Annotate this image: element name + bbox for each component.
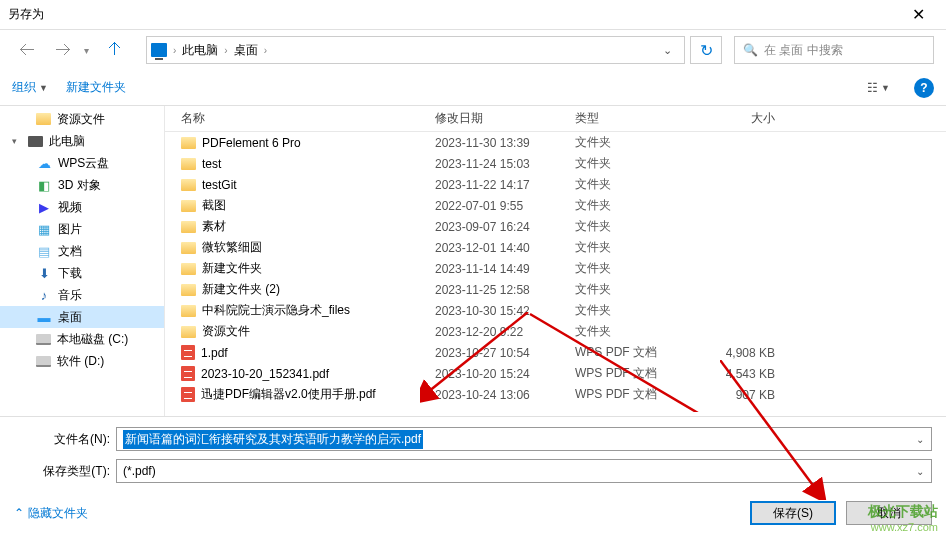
- folder-icon: [36, 113, 51, 125]
- tree-item-音乐[interactable]: ♪音乐: [0, 284, 164, 306]
- tree-item-label: 桌面: [58, 309, 82, 326]
- file-name: testGit: [202, 178, 237, 192]
- file-date: 2023-09-07 16:24: [435, 220, 575, 234]
- view-options-button[interactable]: ☷ ▼: [861, 79, 896, 97]
- filename-label: 文件名(N):: [14, 431, 110, 448]
- tree-item-此电脑[interactable]: ▾此电脑: [0, 130, 164, 152]
- pdf-icon: [181, 345, 195, 360]
- pc-icon: [151, 43, 167, 57]
- doc-icon: ▤: [36, 243, 52, 259]
- desktop-icon: ▬: [36, 309, 52, 325]
- chevron-right-icon: ›: [264, 45, 267, 56]
- download-icon: ⬇: [36, 265, 52, 281]
- file-date: 2023-10-27 10:54: [435, 346, 575, 360]
- file-date: 2023-10-24 13:06: [435, 388, 575, 402]
- help-button[interactable]: ?: [914, 78, 934, 98]
- file-date: 2023-11-30 13:39: [435, 136, 575, 150]
- file-row[interactable]: 截图2022-07-01 9:55文件夹: [165, 195, 946, 216]
- chevron-right-icon: ›: [173, 45, 176, 56]
- tree-item-下载[interactable]: ⬇下载: [0, 262, 164, 284]
- col-size[interactable]: 大小: [695, 110, 795, 127]
- tree-item-软件 (D:)[interactable]: 软件 (D:): [0, 350, 164, 372]
- file-name: 2023-10-20_152341.pdf: [201, 367, 329, 381]
- file-row[interactable]: 微软繁细圆2023-12-01 14:40文件夹: [165, 237, 946, 258]
- folder-tree[interactable]: 资源文件▾此电脑☁WPS云盘◧3D 对象▶视频▦图片▤文档⬇下载♪音乐▬桌面本地…: [0, 106, 165, 416]
- refresh-button[interactable]: ↻: [690, 36, 722, 64]
- col-date[interactable]: 修改日期: [435, 110, 575, 127]
- close-button[interactable]: ✕: [898, 0, 938, 30]
- new-folder-button[interactable]: 新建文件夹: [66, 79, 126, 96]
- breadcrumb-root[interactable]: 此电脑: [182, 42, 218, 59]
- file-row[interactable]: testGit2023-11-22 14:17文件夹: [165, 174, 946, 195]
- tree-item-label: 文档: [58, 243, 82, 260]
- save-button[interactable]: 保存(S): [750, 501, 836, 525]
- file-row[interactable]: 迅捷PDF编辑器v2.0使用手册.pdf2023-10-24 13:06WPS …: [165, 384, 946, 405]
- file-name: 新建文件夹 (2): [202, 281, 280, 298]
- filename-input[interactable]: 新闻语篇的词汇衔接研究及其对英语听力教学的启示.pdf ⌄: [116, 427, 932, 451]
- chevron-down-icon[interactable]: ⌄: [911, 466, 929, 477]
- file-row[interactable]: 新建文件夹2023-11-14 14:49文件夹: [165, 258, 946, 279]
- tree-item-3D 对象[interactable]: ◧3D 对象: [0, 174, 164, 196]
- filename-value[interactable]: 新闻语篇的词汇衔接研究及其对英语听力教学的启示.pdf: [123, 430, 423, 449]
- col-type[interactable]: 类型: [575, 110, 695, 127]
- drive-icon: [36, 356, 51, 367]
- nav-up-button[interactable]: 🡡: [100, 36, 130, 64]
- file-type: 文件夹: [575, 281, 695, 298]
- tree-item-label: 图片: [58, 221, 82, 238]
- file-date: 2023-11-24 15:03: [435, 157, 575, 171]
- file-type: 文件夹: [575, 260, 695, 277]
- chevron-down-icon[interactable]: ⌄: [911, 434, 929, 445]
- drive-icon: [36, 334, 51, 345]
- file-name: 中科院院士演示隐身术_files: [202, 302, 350, 319]
- file-name: 新建文件夹: [202, 260, 262, 277]
- file-type: 文件夹: [575, 134, 695, 151]
- pdf-icon: [181, 366, 195, 381]
- organize-button[interactable]: 组织▼: [12, 79, 48, 96]
- tree-item-label: 此电脑: [49, 133, 85, 150]
- file-name: 迅捷PDF编辑器v2.0使用手册.pdf: [201, 386, 376, 403]
- tree-item-label: WPS云盘: [58, 155, 109, 172]
- tree-item-文档[interactable]: ▤文档: [0, 240, 164, 262]
- nav-history-dropdown[interactable]: ▾: [84, 45, 94, 56]
- tree-item-WPS云盘[interactable]: ☁WPS云盘: [0, 152, 164, 174]
- file-name: test: [202, 157, 221, 171]
- tree-item-桌面[interactable]: ▬桌面: [0, 306, 164, 328]
- file-list[interactable]: PDFelement 6 Pro2023-11-30 13:39文件夹test2…: [165, 132, 946, 416]
- file-row[interactable]: 资源文件2023-12-20 9:22文件夹: [165, 321, 946, 342]
- file-row[interactable]: 新建文件夹 (2)2023-11-25 12:58文件夹: [165, 279, 946, 300]
- file-row[interactable]: PDFelement 6 Pro2023-11-30 13:39文件夹: [165, 132, 946, 153]
- file-date: 2022-07-01 9:55: [435, 199, 575, 213]
- file-date: 2023-11-22 14:17: [435, 178, 575, 192]
- tree-item-label: 本地磁盘 (C:): [57, 331, 128, 348]
- 3d-icon: ◧: [36, 177, 52, 193]
- column-headers[interactable]: 名称 修改日期 类型 大小: [165, 106, 946, 132]
- tree-item-资源文件[interactable]: 资源文件: [0, 108, 164, 130]
- file-row[interactable]: 1.pdf2023-10-27 10:54WPS PDF 文档4,908 KB: [165, 342, 946, 363]
- search-icon: 🔍: [743, 43, 758, 57]
- file-row[interactable]: 素材2023-09-07 16:24文件夹: [165, 216, 946, 237]
- file-row[interactable]: test2023-11-24 15:03文件夹: [165, 153, 946, 174]
- address-bar[interactable]: › 此电脑 › 桌面 › ⌄: [146, 36, 685, 64]
- video-icon: ▶: [36, 199, 52, 215]
- folder-icon: [181, 221, 196, 233]
- address-dropdown[interactable]: ⌄: [655, 44, 680, 57]
- search-placeholder: 在 桌面 中搜索: [764, 42, 843, 59]
- file-row[interactable]: 中科院院士演示隐身术_files2023-10-30 15:42文件夹: [165, 300, 946, 321]
- tree-item-本地磁盘 (C:)[interactable]: 本地磁盘 (C:): [0, 328, 164, 350]
- tree-item-视频[interactable]: ▶视频: [0, 196, 164, 218]
- breadcrumb-current[interactable]: 桌面: [234, 42, 258, 59]
- chevron-up-icon: ⌃: [14, 506, 24, 520]
- tree-item-图片[interactable]: ▦图片: [0, 218, 164, 240]
- hide-folders-button[interactable]: ⌃ 隐藏文件夹: [14, 505, 88, 522]
- file-size: 4,908 KB: [695, 346, 795, 360]
- search-input[interactable]: 🔍 在 桌面 中搜索: [734, 36, 934, 64]
- file-row[interactable]: 2023-10-20_152341.pdf2023-10-20 15:24WPS…: [165, 363, 946, 384]
- filetype-value: (*.pdf): [123, 464, 156, 478]
- expander-icon[interactable]: ▾: [12, 136, 22, 146]
- filetype-select[interactable]: (*.pdf) ⌄: [116, 459, 932, 483]
- filetype-label: 保存类型(T):: [14, 463, 110, 480]
- file-size: 4,543 KB: [695, 367, 795, 381]
- file-type: 文件夹: [575, 323, 695, 340]
- nav-back-button[interactable]: 🡠: [12, 36, 42, 64]
- col-name[interactable]: 名称: [165, 110, 435, 127]
